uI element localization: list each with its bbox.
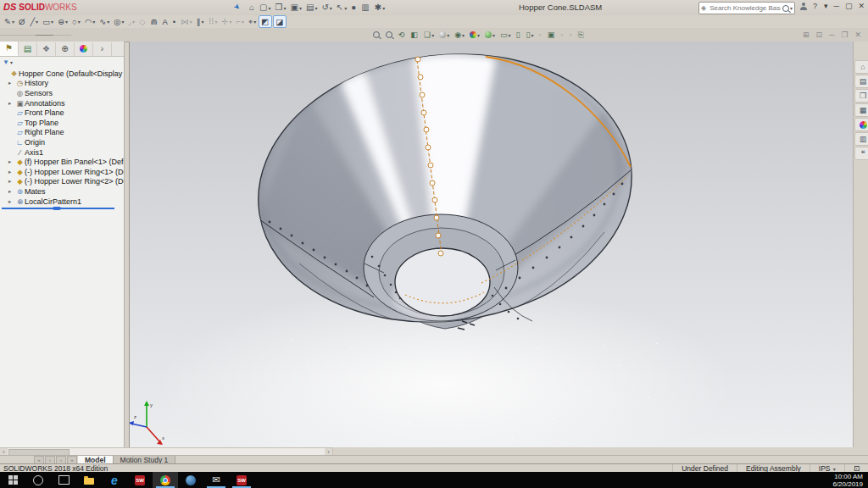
pin-toolbar-icon[interactable]: ➤ [232, 2, 242, 12]
shaded-sketch-contours-button[interactable]: ◪ [273, 15, 287, 28]
print-button[interactable]: ▤▾ [304, 2, 319, 14]
featuremanager-tab[interactable]: ⚑ [0, 42, 19, 56]
yellow-doc-icon[interactable]: ▯ [515, 29, 523, 42]
tree-mates[interactable]: ▸ ⊚ Mates [0, 186, 124, 197]
edit-appearance-icon[interactable]: ▾ [468, 29, 481, 42]
close-button[interactable]: ✕ [858, 2, 865, 10]
forum-tab[interactable]: ❝ [854, 147, 868, 160]
help-button[interactable]: ? [813, 2, 817, 10]
search-input[interactable] [708, 3, 782, 13]
rapid-sketch-button[interactable]: ◩ [259, 15, 272, 28]
attachment-icon[interactable]: ⎘ [576, 29, 587, 42]
taskbar-clock[interactable]: 10:00 AM 6/20/2019 [832, 473, 868, 488]
view-orientation-icon[interactable]: ❏▾ [422, 29, 436, 42]
line-button[interactable]: ╱▾ [28, 16, 40, 27]
dim-tool-icon-3[interactable]: ▫ [567, 29, 574, 42]
bottom-hole[interactable] [395, 248, 490, 316]
blue-app-button[interactable] [178, 472, 203, 488]
display-relations-button[interactable]: ⌐▾ [234, 16, 246, 27]
task-view-button[interactable] [51, 472, 76, 488]
open-button[interactable]: ❒▾ [274, 2, 288, 14]
expand-arrow-icon[interactable]: ▸ [8, 178, 15, 185]
edge-button[interactable]: e [102, 472, 127, 488]
file-properties-button[interactable]: ▥ [359, 2, 371, 14]
centerpoint-arc-button[interactable]: ◠▾ [83, 16, 97, 27]
filter-funnel-icon[interactable]: ▼ [3, 58, 9, 66]
tree-origin[interactable]: ∟ Origin [0, 137, 124, 147]
knowledge-base-search[interactable]: ◈ ▾ [698, 2, 795, 14]
select-button[interactable]: ↖▾ [335, 2, 348, 14]
camera-icon[interactable]: ▣ [546, 29, 558, 42]
convert-entities-button[interactable]: ⋒ [149, 16, 160, 27]
previous-view-icon[interactable]: ⟲ [397, 29, 408, 42]
design-library-tab[interactable]: ▤ [854, 75, 868, 88]
zoom-to-area-icon[interactable] [384, 29, 395, 42]
mail-button[interactable]: ✉ [203, 472, 229, 488]
file-explorer-tab[interactable]: ❒ [854, 89, 868, 103]
linear-sketch-pattern-button[interactable]: ⠿▾ [206, 16, 219, 27]
expand-arrow-icon[interactable]: ▸ [8, 188, 15, 195]
tab-assembly[interactable] [0, 35, 18, 36]
solidworks-resources-tab[interactable]: ⌂ [854, 60, 868, 74]
tree-hopper-bin-panel[interactable]: ▸ ◆ (f) Hopper Bin Panel<1> (Default<<De [0, 157, 124, 167]
tree-sensors[interactable]: ◎ Sensors [0, 88, 124, 98]
ellipse-button[interactable]: ◎▾ [112, 16, 125, 27]
expand-arrow-icon[interactable]: ▸ [8, 80, 15, 86]
expand-arrow-icon[interactable]: ▸ [8, 169, 15, 175]
tab-sketch[interactable] [36, 35, 53, 36]
quick-snaps-button[interactable]: ⌖▾ [247, 16, 258, 27]
dim-tool-icon-1[interactable]: ▫ [537, 29, 544, 42]
offset-entities-button[interactable]: ∥▾ [195, 16, 206, 27]
corner-rectangle-button[interactable]: ▭▾ [41, 16, 55, 27]
sketch-fillet-button[interactable]: ◞▾ [126, 16, 136, 27]
tree-localcirpattern1[interactable]: ▸ ⊕ LocalCirPattern1 [0, 197, 124, 207]
maximize-button[interactable]: ▢ [845, 2, 853, 10]
rebuild-button[interactable]: ● [349, 2, 359, 14]
new-document-button[interactable]: ▢▾ [258, 2, 272, 14]
point-button[interactable]: • [171, 16, 178, 27]
straight-slot-button[interactable]: ⊖▾ [56, 16, 70, 27]
smart-dimension-button[interactable]: Ø [17, 16, 27, 27]
tree-hopper-lower-ring-1[interactable]: ▸ ◆ (-) Hopper Lower Ring<1> (Default<<I [0, 167, 124, 177]
tree-right-plane[interactable]: ▱ Right Plane [0, 128, 124, 138]
search-caret-icon[interactable]: ▾ [790, 5, 793, 11]
section-view-icon[interactable]: ◧ [409, 29, 421, 42]
appearances-scenes-tab[interactable] [854, 118, 868, 131]
tree-history[interactable]: ▸ ◷ History [0, 79, 124, 89]
login-icon[interactable] [800, 3, 807, 10]
configurationmanager-tab[interactable]: ❖ [37, 42, 56, 56]
view-palette-tab[interactable]: ▦ [854, 103, 868, 117]
solidworks-running-button[interactable]: SW [229, 472, 254, 488]
save-button[interactable]: ▣▾ [289, 2, 303, 14]
panel-tabs-overflow[interactable]: › [93, 42, 112, 56]
cortana-search-button[interactable] [25, 472, 51, 488]
dimxpertmanager-tab[interactable]: ⊕ [56, 42, 75, 56]
hide-show-items-icon[interactable]: ◉▾ [453, 29, 466, 42]
chrome-button[interactable] [153, 472, 178, 488]
mdi-minimize-button[interactable]: ─ [829, 30, 834, 39]
minimize-button[interactable]: ─ [834, 2, 839, 10]
view-settings-icon[interactable]: ▭▾ [498, 29, 513, 42]
model-hopper-cone[interactable]: y z x [130, 42, 854, 447]
mirror-entities-button[interactable]: ⋈▾ [179, 16, 194, 27]
expand-arrow-icon[interactable]: ▸ [8, 198, 15, 205]
spline-button[interactable]: ∿▾ [97, 16, 111, 27]
expand-arrow-icon[interactable]: ▸ [8, 158, 15, 165]
search-icon[interactable] [782, 5, 789, 12]
tree-axis1[interactable]: ⁄ Axis1 [0, 147, 124, 158]
graphics-viewport[interactable]: y z x [129, 42, 854, 447]
home-button[interactable]: ⌂ [248, 2, 257, 14]
tree-top-plane[interactable]: ▱ Top Plane [0, 118, 124, 128]
rollback-bar[interactable] [2, 208, 114, 209]
apply-scene-icon[interactable]: ▾ [483, 29, 497, 42]
propertymanager-tab[interactable]: ▤ [19, 42, 37, 56]
dim-tool-icon-2[interactable]: ▫ [559, 29, 565, 42]
help-caret-icon[interactable]: ▾ [824, 2, 828, 10]
zoom-to-fit-icon[interactable] [371, 29, 382, 42]
filter-caret-icon[interactable]: ▾ [10, 59, 13, 65]
mdi-grid-icon[interactable]: ⊞ [803, 30, 810, 39]
tree-annotations[interactable]: ▸ ▣ Annotations [0, 98, 124, 108]
custom-properties-tab[interactable]: ▥ [854, 132, 868, 146]
sketch-text-button[interactable]: A [160, 16, 170, 27]
sketch-button[interactable]: ✎▾ [3, 16, 16, 27]
